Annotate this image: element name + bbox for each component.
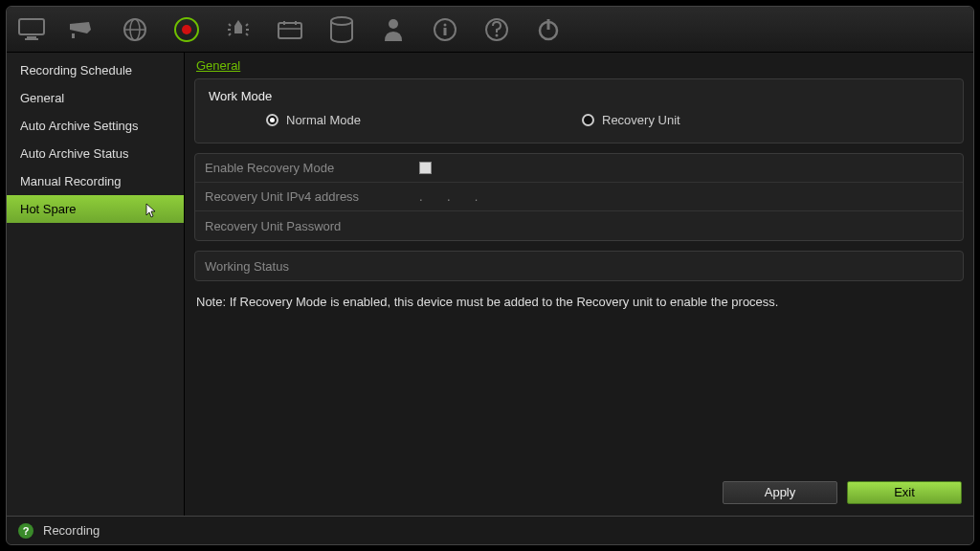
svg-rect-17 <box>444 28 447 35</box>
sidebar-item-general[interactable]: General <box>7 84 184 112</box>
label-enable-recovery: Enable Recovery Mode <box>195 161 410 175</box>
radio-normal-mode[interactable]: Normal Mode <box>266 113 582 127</box>
radio-label: Normal Mode <box>286 113 361 127</box>
tab-general[interactable]: General <box>196 58 240 73</box>
value-enable-recovery <box>410 162 963 174</box>
enable-recovery-checkbox[interactable] <box>419 162 432 174</box>
content-area: General Work Mode Normal Mode Recovery U… <box>185 53 973 516</box>
alarm-icon[interactable] <box>221 12 256 47</box>
apply-button[interactable]: Apply <box>723 481 837 504</box>
radio-icon <box>582 114 594 126</box>
svg-point-13 <box>331 17 352 25</box>
sidebar-item-label: Hot Spare <box>20 202 77 216</box>
radio-label: Recovery Unit <box>602 113 680 127</box>
record-icon[interactable] <box>169 12 204 47</box>
sidebar-item-manual-recording[interactable]: Manual Recording <box>7 167 184 195</box>
help-icon[interactable] <box>479 12 514 47</box>
work-mode-options: Normal Mode Recovery Unit <box>209 113 949 127</box>
user-icon[interactable] <box>376 12 411 47</box>
statusbar-label: Recording <box>43 523 100 538</box>
work-mode-title: Work Mode <box>209 89 949 103</box>
sidebar-item-hot-spare[interactable]: Hot Spare <box>7 195 184 223</box>
sidebar-item-auto-archive-status[interactable]: Auto Archive Status <box>7 140 184 167</box>
svg-rect-2 <box>25 38 38 40</box>
svg-point-14 <box>389 19 398 29</box>
svg-rect-3 <box>72 33 75 38</box>
schedule-icon[interactable] <box>273 12 307 47</box>
radio-recovery-unit[interactable]: Recovery Unit <box>582 113 680 127</box>
exit-button[interactable]: Exit <box>847 481 962 504</box>
label-password: Recovery Unit Password <box>195 219 410 233</box>
row-password: Recovery Unit Password <box>195 211 963 240</box>
svg-rect-9 <box>278 23 301 38</box>
sidebar-item-auto-archive-settings[interactable]: Auto Archive Settings <box>7 112 184 140</box>
row-enable-recovery: Enable Recovery Mode <box>195 154 963 183</box>
row-working-status: Working Status <box>195 252 963 280</box>
hdd-icon[interactable] <box>324 12 359 47</box>
globe-icon[interactable] <box>118 12 152 47</box>
svg-rect-1 <box>27 36 36 38</box>
svg-rect-0 <box>19 19 44 34</box>
ipv4-input[interactable]: . . . <box>410 189 963 204</box>
row-ipv4: Recovery Unit IPv4 address . . . <box>195 183 963 211</box>
svg-point-16 <box>444 23 447 26</box>
info-icon[interactable] <box>428 12 462 47</box>
main-area: Recording Schedule General Auto Archive … <box>7 53 973 516</box>
recovery-form: Enable Recovery Mode Recovery Unit IPv4 … <box>194 153 964 241</box>
tab-row: General <box>194 56 964 78</box>
status-bar: ? Recording <box>7 516 973 544</box>
work-mode-panel: Work Mode Normal Mode Recovery Unit <box>194 78 964 143</box>
svg-point-8 <box>182 25 191 34</box>
note-text: Note: If Recovery Mode is enabled, this … <box>194 291 964 313</box>
radio-icon <box>266 114 278 126</box>
sidebar: Recording Schedule General Auto Archive … <box>7 53 185 516</box>
camera-icon[interactable] <box>66 12 100 47</box>
label-ipv4: Recovery Unit IPv4 address <box>195 189 410 204</box>
status-table: Working Status <box>194 251 964 281</box>
button-row: Apply Exit <box>194 475 964 506</box>
statusbar-help-icon[interactable]: ? <box>18 523 33 539</box>
app-window: Recording Schedule General Auto Archive … <box>6 6 974 545</box>
label-working-status: Working Status <box>195 259 410 274</box>
sidebar-item-recording-schedule[interactable]: Recording Schedule <box>7 56 184 84</box>
power-icon[interactable] <box>531 12 566 47</box>
top-toolbar <box>7 7 973 53</box>
monitor-icon[interactable] <box>14 12 49 47</box>
svg-point-19 <box>496 33 499 36</box>
cursor-icon <box>145 203 157 218</box>
